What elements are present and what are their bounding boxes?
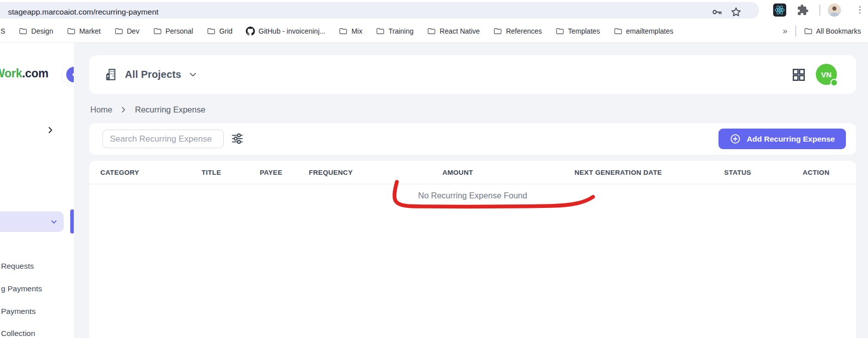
empty-state-message: No Recurring Expense Found (89, 191, 856, 200)
address-bar[interactable]: stageapp.marcoaiot.com/recurring-payment (0, 2, 759, 19)
chevron-right-icon (121, 106, 126, 113)
bookmark-item[interactable]: Grid (207, 27, 232, 36)
bookmarks-bar: S Design Market Dev Personal Grid (0, 20, 868, 43)
chevron-down-icon (50, 218, 58, 226)
chevron-down-icon (188, 70, 198, 79)
main-content: All Projects VN Home Recurring E (74, 43, 868, 338)
bookmarks-divider (795, 26, 796, 37)
password-key-icon[interactable] (711, 6, 723, 18)
table-column-header[interactable]: FREQUENCY (294, 169, 368, 176)
table-header-row: CATEGORY TITLE PAYEE FREQUENCY AMOUNT NE… (89, 161, 856, 184)
bookmark-item[interactable]: Mix (339, 27, 362, 36)
browser-menu-icon[interactable]: ⋮ (855, 4, 864, 16)
app-viewport: Work.com Requests g Payments Payments Co… (0, 43, 868, 338)
github-icon (246, 27, 255, 36)
building-icon (104, 68, 118, 81)
folder-icon (207, 27, 216, 36)
bookmark-label: Personal (166, 27, 193, 35)
apps-grid-icon[interactable] (792, 68, 806, 82)
logo-text-dark: .com (22, 67, 48, 80)
bookmark-label: Training (388, 27, 413, 35)
breadcrumb: Home Recurring Expense (90, 105, 205, 115)
folder-icon (493, 27, 502, 36)
bookmark-star-icon[interactable] (730, 6, 742, 18)
clipped-bookmark-label[interactable]: S (1, 27, 5, 35)
sidebar-item-requests[interactable]: Requests (1, 262, 34, 271)
folder-icon (67, 27, 76, 36)
bookmark-label: Templates (568, 27, 600, 35)
list-toolbar: Add Recurring Expense (89, 123, 856, 155)
sidebar-expand-chevron-icon[interactable] (48, 127, 54, 134)
sidebar-item-collection[interactable]: Collection (1, 329, 35, 338)
add-recurring-expense-button[interactable]: Add Recurring Expense (718, 129, 846, 149)
bookmark-item[interactable]: Market (67, 27, 101, 36)
table-column-header[interactable]: CATEGORY (99, 169, 174, 176)
extensions-puzzle-icon[interactable] (797, 4, 809, 16)
bookmark-label: Grid (219, 27, 232, 35)
filter-sliders-icon[interactable] (231, 132, 244, 145)
folder-icon (114, 27, 123, 36)
bookmark-label: Mix (351, 27, 362, 35)
bookmark-label: Dev (127, 27, 139, 35)
bookmark-label: Design (31, 27, 53, 35)
user-avatar[interactable]: VN (816, 64, 837, 85)
bookmark-item[interactable]: Design (19, 27, 53, 36)
plus-circle-icon (730, 133, 741, 145)
folder-icon (614, 27, 623, 36)
all-bookmarks-label: All Bookmarks (816, 27, 861, 35)
folder-icon (555, 27, 564, 36)
add-button-label: Add Recurring Expense (747, 135, 835, 144)
online-status-dot (830, 79, 838, 86)
project-selector-label: All Projects (125, 69, 181, 80)
bookmark-item[interactable]: Templates (555, 27, 600, 36)
browser-profile-avatar[interactable] (828, 4, 841, 17)
url-text[interactable]: stageapp.marcoaiot.com/recurring-payment (8, 8, 159, 17)
table-column-header[interactable]: PAYEE (249, 169, 294, 176)
search-input[interactable] (102, 130, 224, 148)
sidebar-active-item[interactable] (0, 211, 64, 232)
all-bookmarks-button[interactable]: All Bookmarks (804, 27, 861, 36)
bookmark-item[interactable]: React Native (427, 27, 480, 36)
folder-icon (339, 27, 348, 36)
bookmark-item[interactable]: emailtemplates (614, 27, 673, 36)
bookmarks-right-group: » All Bookmarks (783, 20, 861, 42)
active-item-indicator (70, 209, 74, 234)
breadcrumb-current: Recurring Expense (135, 105, 205, 115)
breadcrumb-home[interactable]: Home (90, 105, 112, 115)
bookmark-label: References (506, 27, 542, 35)
table-column-header[interactable]: STATUS (689, 169, 786, 176)
app-logo[interactable]: Work.com (0, 67, 48, 80)
bookmarks-overflow-chevron[interactable]: » (783, 26, 787, 36)
toolbar-divider (819, 5, 820, 16)
logo-text-green: Work (0, 67, 22, 80)
folder-icon (427, 27, 436, 36)
folder-icon (19, 27, 28, 36)
recurring-expense-table: CATEGORY TITLE PAYEE FREQUENCY AMOUNT NE… (89, 161, 856, 338)
bookmark-item[interactable]: Training (376, 27, 413, 36)
bookmark-item[interactable]: GitHub - invoiceninj... (246, 27, 325, 36)
sidebar-item-payments[interactable]: Payments (1, 307, 36, 316)
browser-toolbar: stageapp.marcoaiot.com/recurring-payment… (0, 0, 868, 20)
table-column-header[interactable]: ACTION (786, 169, 846, 176)
sidebar-item-g-payments[interactable]: g Payments (1, 284, 42, 293)
bookmarks-items: S Design Market Dev Personal Grid (0, 27, 673, 36)
app-header: All Projects VN (89, 55, 856, 94)
bookmark-item[interactable]: Dev (114, 27, 139, 36)
table-column-header[interactable]: TITLE (174, 169, 249, 176)
user-initials: VN (821, 70, 832, 79)
folder-icon (153, 27, 162, 36)
bookmark-item[interactable]: Personal (153, 27, 193, 36)
bookmark-label: GitHub - invoiceninj... (258, 27, 325, 35)
bookmark-item[interactable]: References (493, 27, 542, 36)
folder-icon (804, 27, 813, 36)
bookmark-label: emailtemplates (626, 27, 673, 35)
react-devtools-extension-icon[interactable] (773, 4, 786, 17)
project-selector[interactable]: All Projects (104, 55, 198, 94)
folder-icon (376, 27, 385, 36)
bookmark-label: React Native (440, 27, 480, 35)
bookmark-label: Market (79, 27, 101, 35)
table-column-header[interactable]: AMOUNT (368, 169, 547, 176)
sidebar: Work.com Requests g Payments Payments Co… (0, 43, 74, 338)
table-column-header[interactable]: NEXT GENERATION DATE (547, 169, 689, 176)
